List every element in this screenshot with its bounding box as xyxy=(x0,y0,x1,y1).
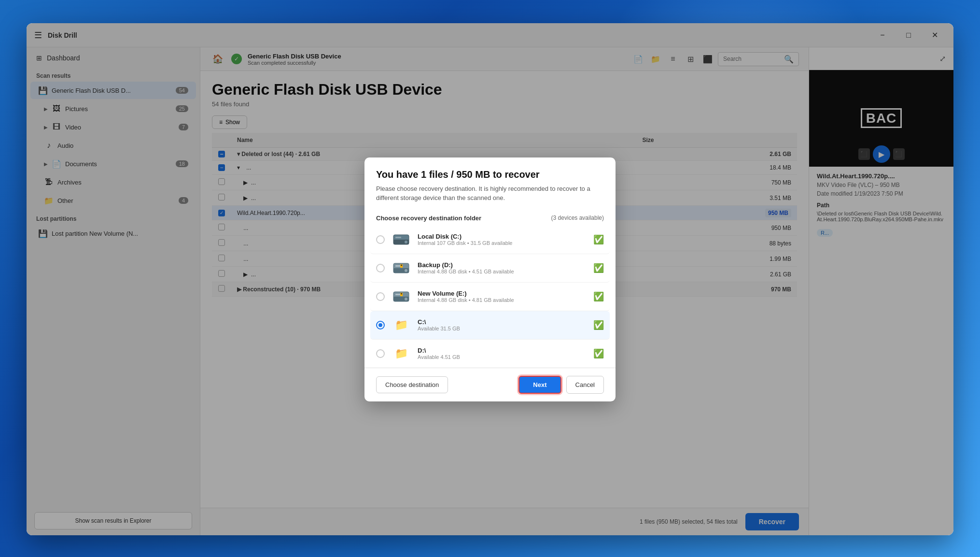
app-window: ☰ Disk Drill − □ ✕ ⊞ Dashboard Scan resu… xyxy=(27,23,953,535)
modal-section-title: Choose recovery destination folder (3 de… xyxy=(364,209,616,226)
device-option-backup-d[interactable]: Backup (D:) Internal 4.88 GB disk • 4.51… xyxy=(370,254,610,283)
recovery-modal: You have 1 files / 950 MB to recover Ple… xyxy=(364,157,616,401)
hdd-icon-new-volume-e xyxy=(392,289,411,304)
svg-point-15 xyxy=(401,293,402,294)
devices-count: (3 devices available) xyxy=(551,214,604,221)
radio-folder-c[interactable] xyxy=(376,321,385,329)
choose-destination-button[interactable]: Choose destination xyxy=(376,376,448,393)
modal-device-list: Local Disk (C:) Internal 107 GB disk • 3… xyxy=(364,226,616,368)
radio-folder-d[interactable] xyxy=(376,349,385,358)
folder-icon-c: 📁 xyxy=(392,318,411,332)
radio-backup-d[interactable] xyxy=(376,264,385,272)
device-name-folder-d: D:\ Available 4.51 GB xyxy=(418,347,587,360)
svg-point-2 xyxy=(405,241,407,243)
modal-subtitle: Please choose recovery destination. It i… xyxy=(376,184,604,203)
svg-point-6 xyxy=(405,269,407,272)
ok-icon-folder-c: ✅ xyxy=(593,320,604,330)
device-name-local-c: Local Disk (C:) Internal 107 GB disk • 3… xyxy=(418,233,587,246)
device-option-new-volume-e[interactable]: New Volume (E:) Internal 4.88 GB disk • … xyxy=(370,283,610,311)
ok-icon-new-volume-e: ✅ xyxy=(593,291,604,302)
folder-icon-d: 📁 xyxy=(392,346,411,361)
modal-footer-right: Next Cancel xyxy=(518,376,604,394)
radio-new-volume-e[interactable] xyxy=(376,292,385,301)
device-name-new-volume-e: New Volume (E:) Internal 4.88 GB disk • … xyxy=(418,290,587,303)
ok-icon-local-c: ✅ xyxy=(593,234,604,245)
device-option-local-c[interactable]: Local Disk (C:) Internal 107 GB disk • 3… xyxy=(370,226,610,254)
ok-icon-folder-d: ✅ xyxy=(593,348,604,359)
device-name-backup-d: Backup (D:) Internal 4.88 GB disk • 4.51… xyxy=(418,261,587,274)
modal-header: You have 1 files / 950 MB to recover Ple… xyxy=(364,157,616,209)
next-button[interactable]: Next xyxy=(518,376,561,394)
hdd-icon-backup-d xyxy=(392,261,411,275)
svg-rect-3 xyxy=(395,237,401,238)
svg-point-9 xyxy=(401,264,402,266)
radio-local-c[interactable] xyxy=(376,235,385,244)
cancel-button[interactable]: Cancel xyxy=(566,376,604,394)
modal-overlay: You have 1 files / 950 MB to recover Ple… xyxy=(27,23,953,535)
modal-footer: Choose destination Next Cancel xyxy=(364,368,616,401)
modal-title: You have 1 files / 950 MB to recover xyxy=(376,169,604,180)
device-option-folder-d[interactable]: 📁 D:\ Available 4.51 GB ✅ xyxy=(370,340,610,368)
svg-point-12 xyxy=(405,298,407,300)
ok-icon-backup-d: ✅ xyxy=(593,263,604,273)
hdd-icon-local-c xyxy=(392,232,411,247)
device-option-folder-c[interactable]: 📁 C:\ Available 31.5 GB ✅ xyxy=(370,311,610,340)
device-name-folder-c: C:\ Available 31.5 GB xyxy=(418,318,587,331)
